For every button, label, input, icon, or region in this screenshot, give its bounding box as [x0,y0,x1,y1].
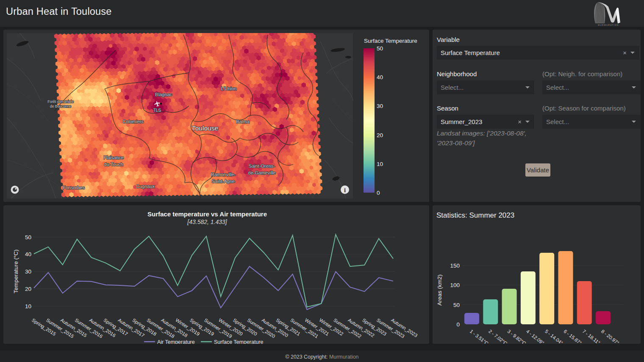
svg-text:Plaisance: Plaisance [103,155,124,160]
svg-text:Surface Temperature: Surface Temperature [214,339,264,344]
svg-text:8 - 20.97°: 8 - 20.97° [600,329,620,344]
svg-text:2 - 7.02°C: 2 - 7.02°C [488,329,508,344]
svg-text:Air Temperature: Air Temperature [157,339,195,344]
svg-text:Toulouse: Toulouse [192,124,218,132]
svg-text:100: 100 [450,282,460,288]
svg-text:6 - 15.87°: 6 - 15.87° [563,329,583,344]
svg-text:5 - 14.04°: 5 - 14.04° [544,329,564,344]
svg-text:Forêt domaniale: Forêt domaniale [47,99,74,104]
svg-text:Saint-Orens-: Saint-Orens- [249,163,275,169]
svg-text:de-Gameville: de-Gameville [248,170,276,175]
svg-text:30: 30 [25,268,31,275]
svg-text:40: 40 [25,251,31,257]
svg-text:TLS: TLS [153,108,161,113]
svg-text:L'Union: L'Union [221,86,237,91]
svg-text:50: 50 [453,302,460,308]
svg-text:Balma: Balma [236,119,250,124]
svg-text:150: 150 [450,263,460,269]
svg-text:1 - 3.51°C: 1 - 3.51°C [469,329,489,344]
svg-text:Areas (km2): Areas (km2) [436,274,443,306]
svg-text:Temperature (°C): Temperature (°C) [13,249,19,293]
svg-text:Cugnaux: Cugnaux [136,184,155,189]
svg-text:Blagnac: Blagnac [155,92,172,97]
svg-text:[43.582, 1.433]: [43.582, 1.433] [187,218,228,225]
svg-text:3 - 9.82°C: 3 - 9.82°C [506,329,527,344]
svg-text:MURMURATION: MURMURATION [598,24,619,26]
svg-text:Surface temperature vs Air tem: Surface temperature vs Air temperature [147,210,267,218]
svg-text:de Bouconne: de Bouconne [50,104,71,108]
svg-text:du-Touch: du-Touch [104,162,123,167]
svg-text:20: 20 [25,286,31,292]
svg-text:4 - 12.09°: 4 - 12.09° [525,329,545,344]
svg-text:7 - 18.11°: 7 - 18.11° [582,329,601,344]
svg-text:Ramonville-: Ramonville- [211,172,236,177]
svg-text:10: 10 [25,303,31,309]
svg-text:0: 0 [456,321,460,328]
svg-text:Colomiers: Colomiers [122,119,144,124]
svg-text:i: i [344,187,346,193]
svg-text:Fonsorbes: Fonsorbes [63,185,85,190]
svg-text:Saint-Agne: Saint-Agne [212,179,235,184]
svg-text:50: 50 [25,234,31,240]
